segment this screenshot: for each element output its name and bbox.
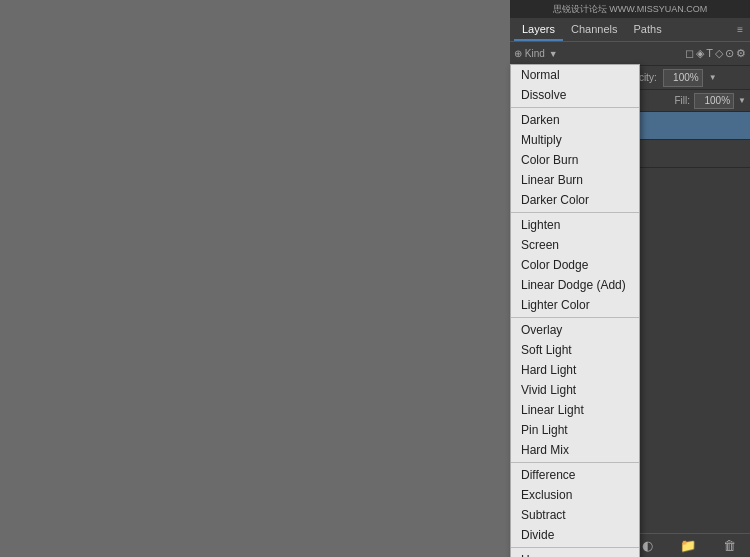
blend-linear-light[interactable]: Linear Light [511,400,639,420]
blend-subtract[interactable]: Subtract [511,505,639,525]
blend-linear-burn[interactable]: Linear Burn [511,170,639,190]
tab-layers[interactable]: Layers [514,19,563,41]
blend-multiply[interactable]: Multiply [511,130,639,150]
blend-soft-light[interactable]: Soft Light [511,340,639,360]
blend-normal[interactable]: Normal [511,65,639,85]
fill-input[interactable] [694,93,734,109]
blend-lighten[interactable]: Lighten [511,215,639,235]
filter-dropdown-arrow[interactable]: ▼ [549,49,558,59]
blend-darker-color[interactable]: Darker Color [511,190,639,210]
top-bar-text: 思锐设计论坛 WWW.MISSYUAN.COM [553,3,708,16]
filter-effect-icon[interactable]: ⊙ [725,47,734,60]
blend-screen[interactable]: Screen [511,235,639,255]
separator-2 [511,212,639,213]
filter-adjust-icon[interactable]: ◈ [696,47,704,60]
blend-exclusion[interactable]: Exclusion [511,485,639,505]
panel-menu-icon[interactable]: ≡ [734,22,746,37]
blend-lighter-color[interactable]: Lighter Color [511,295,639,315]
blend-color-burn[interactable]: Color Burn [511,150,639,170]
separator-3 [511,317,639,318]
filter-text-icon[interactable]: T [706,47,713,60]
tab-icons: ≡ [734,22,746,37]
blend-hard-light[interactable]: Hard Light [511,360,639,380]
filter-icons: ◻ ◈ T ◇ ⊙ ⚙ [685,47,746,60]
fill-dropdown-arrow[interactable]: ▼ [738,96,746,105]
separator-5 [511,547,639,548]
delete-layer-button[interactable]: 🗑 [718,536,741,555]
blend-mode-dropdown[interactable]: Normal Dissolve Darken Multiply Color Bu… [510,64,640,557]
tab-paths[interactable]: Paths [626,19,670,41]
separator-4 [511,462,639,463]
tabs-row: Layers Channels Paths ≡ [510,18,750,42]
blend-hard-mix[interactable]: Hard Mix [511,440,639,460]
filter-row: ⊕ Kind ▼ ◻ ◈ T ◇ ⊙ ⚙ [510,42,750,66]
blend-pin-light[interactable]: Pin Light [511,420,639,440]
blend-linear-dodge[interactable]: Linear Dodge (Add) [511,275,639,295]
blend-color-dodge[interactable]: Color Dodge [511,255,639,275]
filter-pixel-icon[interactable]: ◻ [685,47,694,60]
opacity-dropdown-arrow[interactable]: ▼ [709,73,717,82]
blend-hue[interactable]: Hue [511,550,639,557]
opacity-input[interactable] [663,69,703,87]
fill-label: Fill: [675,95,691,106]
blend-vivid-light[interactable]: Vivid Light [511,380,639,400]
filter-label: ⊕ Kind [514,48,545,59]
blend-darken[interactable]: Darken [511,110,639,130]
top-bar: 思锐设计论坛 WWW.MISSYUAN.COM [510,0,750,18]
filter-smart-icon[interactable]: ⚙ [736,47,746,60]
blend-difference[interactable]: Difference [511,465,639,485]
canvas-area [0,0,510,557]
blend-overlay[interactable]: Overlay [511,320,639,340]
blend-divide[interactable]: Divide [511,525,639,545]
tab-channels[interactable]: Channels [563,19,625,41]
adjustment-layer-button[interactable]: ◐ [637,536,658,555]
filter-shape-icon[interactable]: ◇ [715,47,723,60]
separator-1 [511,107,639,108]
new-group-button[interactable]: 📁 [675,536,701,555]
blend-dissolve[interactable]: Dissolve [511,85,639,105]
